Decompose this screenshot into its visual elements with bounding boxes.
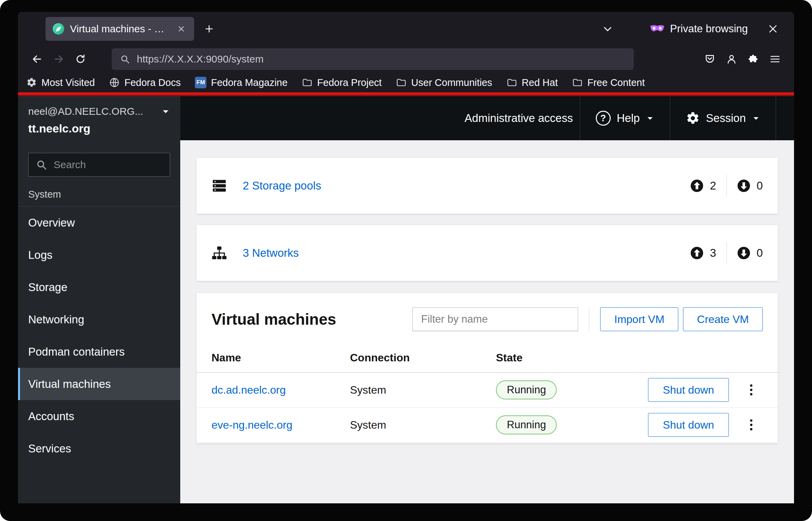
vm-connection: System (350, 419, 386, 431)
folder-icon (396, 77, 407, 88)
sidebar-item-label: Services (28, 442, 71, 455)
kebab-menu-icon[interactable] (744, 415, 759, 434)
bookmark-label: Fedora Magazine (211, 77, 288, 88)
bookmark-label: Red Hat (522, 77, 558, 88)
sidebar-item-accounts[interactable]: Accounts (18, 400, 180, 432)
bookmark-fedora-magazine[interactable]: FM Fedora Magazine (195, 77, 288, 88)
bookmark-most-visited[interactable]: Most Visited (26, 77, 95, 88)
sidebar-item-virtual-machines[interactable]: Virtual machines (18, 368, 180, 400)
status-badge: Running (496, 380, 557, 399)
storage-pools-link[interactable]: 2 Storage pools (243, 179, 321, 192)
admin-access-button[interactable]: Administrative access (465, 112, 573, 125)
bookmark-fedora-project[interactable]: Fedora Project (302, 77, 382, 88)
virtual-machines-card: Virtual machines Import VM Create VM Nam… (197, 293, 778, 443)
caret-down-icon (161, 107, 170, 116)
sidebar-item-logs[interactable]: Logs (18, 239, 180, 271)
tab-list-button[interactable] (598, 19, 617, 38)
help-label: Help (617, 112, 640, 125)
bookmark-label: Most Visited (41, 77, 95, 88)
sidebar-item-overview[interactable]: Overview (18, 206, 180, 239)
main-content: 2 Storage pools 2 (180, 140, 794, 503)
networks-link[interactable]: 3 Networks (243, 247, 299, 259)
sidebar-item-label: Logs (28, 249, 53, 262)
bookmark-label: Fedora Docs (124, 77, 181, 88)
column-header-connection: Connection (350, 344, 496, 373)
shut-down-button[interactable]: Shut down (648, 413, 729, 437)
search-icon (36, 159, 47, 170)
bookmark-red-hat[interactable]: Red Hat (506, 77, 558, 88)
help-menu[interactable]: Help (580, 96, 670, 140)
help-icon (596, 111, 611, 126)
browser-tab[interactable]: Virtual machines - neel@/ (45, 17, 194, 41)
up-count: 2 (710, 179, 716, 192)
reload-button[interactable] (71, 50, 90, 69)
vm-name-link[interactable]: eve-ng.neelc.org (211, 419, 292, 431)
network-icon (211, 245, 227, 261)
masthead: Administrative access Help Session (180, 96, 794, 140)
create-vm-button[interactable]: Create VM (683, 307, 763, 331)
folder-icon (572, 77, 583, 88)
new-tab-button[interactable] (200, 19, 219, 38)
caret-down-icon (752, 114, 760, 122)
import-vm-button[interactable]: Import VM (600, 307, 678, 331)
back-button[interactable] (27, 50, 47, 69)
sidebar-item-label: Accounts (28, 410, 74, 423)
sidebar-item-storage[interactable]: Storage (18, 271, 180, 303)
bookmark-fedora-docs[interactable]: Fedora Docs (109, 77, 181, 88)
caret-down-icon (646, 114, 654, 122)
host-switcher[interactable]: neel@AD.NEELC.ORG... tt.neelc.org (18, 96, 180, 143)
arrow-down-circle-icon (737, 179, 751, 193)
sidebar-item-services[interactable]: Services (18, 432, 180, 465)
sidebar-item-label: Podman containers (28, 345, 125, 358)
folder-icon (302, 77, 313, 88)
table-row: eve-ng.neelc.org System Running Shut dow… (197, 408, 778, 443)
forward-button[interactable] (49, 50, 68, 69)
kebab-menu-icon[interactable] (744, 380, 759, 399)
networks-stats: 3 0 (690, 242, 763, 264)
navigation-toolbar: https://X.X.X.X:9090/system (18, 46, 794, 73)
browser-window: Virtual machines - neel@/ Private browsi… (18, 12, 794, 503)
arrow-down-circle-icon (737, 246, 751, 260)
bookmark-free-content[interactable]: Free Content (572, 77, 645, 88)
extensions-icon[interactable] (744, 50, 763, 69)
fm-badge-icon: FM (195, 77, 206, 88)
nav-section-label: System (18, 189, 180, 206)
sidebar-item-label: Storage (28, 281, 68, 294)
account-icon[interactable] (722, 50, 741, 69)
private-mask-icon (650, 21, 665, 36)
bookmark-label: User Communities (411, 77, 492, 88)
pocket-icon[interactable] (700, 50, 719, 69)
storage-pools-stats: 2 0 (690, 175, 763, 197)
sidebar-item-podman-containers[interactable]: Podman containers (18, 336, 180, 368)
tab-favicon-icon (52, 23, 64, 35)
vm-card-header: Virtual machines Import VM Create VM (197, 293, 778, 344)
sidebar-nav: System Overview Logs Storage Networking … (18, 189, 180, 465)
up-count: 3 (710, 247, 716, 259)
sidebar-item-networking[interactable]: Networking (18, 303, 180, 336)
window-close-button[interactable] (763, 19, 782, 38)
filter-by-name-input[interactable] (412, 307, 578, 331)
networks-card: 3 Networks 3 0 (197, 225, 778, 281)
stat-divider (726, 175, 727, 197)
shut-down-button[interactable]: Shut down (648, 378, 729, 402)
table-header-row: Name Connection State (197, 344, 778, 373)
vm-name-link[interactable]: dc.ad.neelc.org (211, 384, 286, 396)
sidebar-search-input[interactable] (28, 153, 170, 177)
arrow-up-circle-icon (690, 179, 704, 193)
tab-close-icon[interactable] (174, 22, 188, 36)
sidebar-item-label: Overview (28, 216, 75, 229)
red-separator (18, 92, 794, 96)
menu-icon[interactable] (765, 50, 785, 69)
toolbar-spacer (636, 59, 698, 59)
content-column: Administrative access Help Session (180, 96, 794, 503)
status-badge: Running (496, 415, 557, 434)
url-bar[interactable]: https://X.X.X.X:9090/system (112, 48, 634, 70)
storage-icon (211, 178, 227, 194)
bookmarks-bar: Most Visited Fedora Docs FM Fedora Magaz… (18, 73, 794, 92)
tab-title: Virtual machines - neel@/ (70, 23, 169, 35)
sidebar-username: neel@AD.NEELC.ORG... (28, 106, 143, 117)
globe-icon (109, 77, 120, 88)
session-menu[interactable]: Session (670, 96, 776, 140)
bookmark-user-communities[interactable]: User Communities (396, 77, 492, 88)
sidebar: neel@AD.NEELC.ORG... tt.neelc.org System… (18, 96, 180, 503)
